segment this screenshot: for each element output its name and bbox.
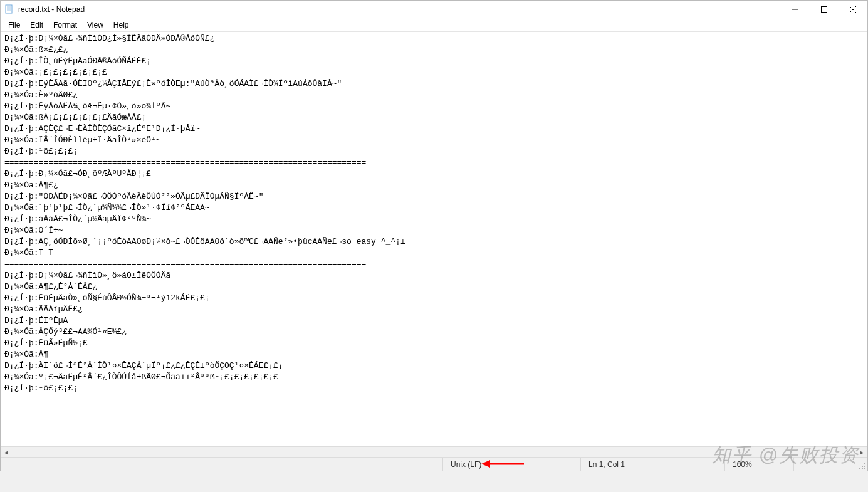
status-line-ending: Unix (LF) <box>442 458 580 471</box>
svg-point-14 <box>864 468 865 469</box>
menu-help[interactable]: Help <box>108 19 134 31</box>
menu-file[interactable]: File <box>3 19 25 31</box>
close-button[interactable] <box>839 1 867 18</box>
status-caret-position: Ln 1, Col 1 <box>580 458 724 471</box>
menu-bar: File Edit Format View Help <box>1 18 867 32</box>
menu-edit[interactable]: Edit <box>25 19 48 31</box>
svg-point-9 <box>864 463 865 464</box>
menu-format[interactable]: Format <box>48 19 82 31</box>
notepad-icon <box>4 4 14 14</box>
text-editor[interactable]: Ð¡¿Í·þ:Ð¡¼×Óã£¬¾ñÌìÒÐ¿Í»§ÎÊÄãÓÐÄ»ÓÐÅ®ÅóÓ… <box>1 32 867 446</box>
notepad-window: record.txt - Notepad File Edit Format Vi… <box>0 0 868 471</box>
status-encoding <box>793 458 856 471</box>
horizontal-scrollbar[interactable]: ◄ ► <box>1 446 867 457</box>
scroll-right-icon[interactable]: ► <box>857 447 867 458</box>
menu-view[interactable]: View <box>82 19 108 31</box>
svg-rect-6 <box>822 7 827 13</box>
minimize-button[interactable] <box>781 1 810 18</box>
status-zoom: 100% <box>724 458 793 471</box>
window-controls <box>781 1 867 18</box>
svg-point-12 <box>859 468 860 469</box>
status-position-text: Ln 1, Col 1 <box>588 460 625 469</box>
svg-point-13 <box>862 468 863 469</box>
resize-grip-icon[interactable] <box>856 458 867 471</box>
window-title: record.txt - Notepad <box>18 5 781 14</box>
maximize-button[interactable] <box>810 1 839 18</box>
status-line-ending-text: Unix (LF) <box>451 460 481 469</box>
status-bar: Unix (LF) Ln 1, Col 1 100% <box>1 457 867 471</box>
scroll-left-icon[interactable]: ◄ <box>1 447 11 458</box>
svg-point-10 <box>862 466 863 467</box>
svg-point-11 <box>864 466 865 467</box>
editor-area: Ð¡¿Í·þ:Ð¡¼×Óã£¬¾ñÌìÒÐ¿Í»§ÎÊÄãÓÐÄ»ÓÐÅ®ÅóÓ… <box>1 32 867 446</box>
status-zoom-text: 100% <box>733 460 752 469</box>
title-bar[interactable]: record.txt - Notepad <box>1 1 867 18</box>
